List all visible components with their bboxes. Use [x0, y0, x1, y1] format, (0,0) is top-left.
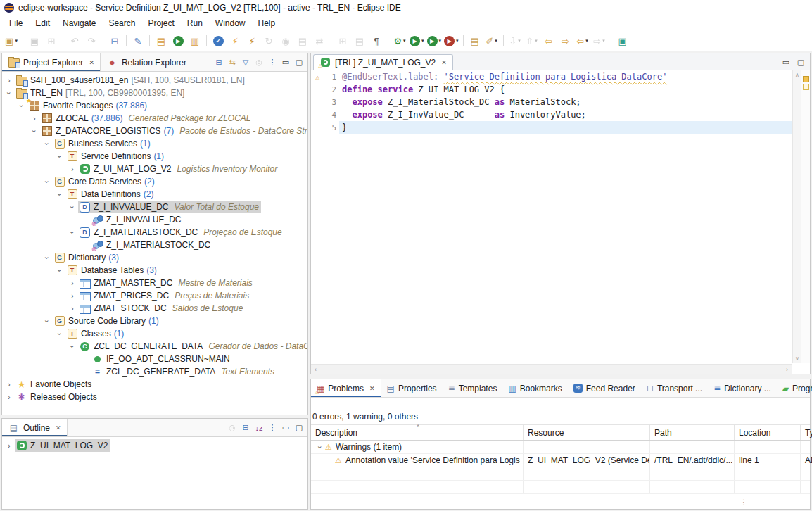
tree-item[interactable]: ›GBusiness Services(1) — [2, 137, 307, 150]
scroll-right-icon[interactable]: › — [786, 366, 788, 373]
tree-item[interactable]: @Z_I_MATERIALSTOCK_DC — [2, 239, 307, 251]
menu-edit[interactable]: Edit — [29, 17, 56, 30]
chevron-down-icon[interactable]: › — [4, 89, 15, 97]
pin-editor-button[interactable]: ▣ — [614, 33, 631, 49]
chevron-down-icon[interactable]: › — [54, 267, 65, 275]
chevron-down-icon[interactable]: › — [29, 127, 40, 135]
mass-activate-button[interactable]: ⚡ — [243, 33, 260, 49]
code-line[interactable]: 5} — [311, 121, 792, 134]
tree-item[interactable]: ›TService Definitions(1) — [2, 150, 307, 163]
tree-item[interactable]: ›Z_UI_MAT_LOG_V2Logistics Inventory Moni… — [2, 163, 307, 175]
tab-progress[interactable]: ▰Progress — [777, 379, 812, 397]
scroll-up-icon[interactable]: ∧ — [795, 72, 799, 78]
chevron-right-icon[interactable]: › — [4, 393, 15, 401]
tree-item[interactable]: ›✱Released Objects — [2, 391, 307, 403]
chevron-right-icon[interactable]: › — [67, 279, 78, 287]
menu-window[interactable]: Window — [209, 17, 252, 30]
chevron-down-icon[interactable]: › — [67, 203, 78, 211]
tab-bookmarks[interactable]: ▥Bookmarks — [502, 379, 567, 397]
tab-dictionary-[interactable]: ≣Dictionary ... — [708, 379, 777, 397]
new-abap-repo-object-button[interactable]: ▥ — [186, 33, 203, 49]
filter-icon[interactable]: ▽ — [239, 56, 252, 69]
column-header-path[interactable]: Path — [650, 425, 735, 440]
tab-templates[interactable]: ≣Templates — [443, 379, 503, 397]
tree-item[interactable]: ›TRL_EN[TRL, 100, CB9980001395, EN] — [2, 87, 307, 99]
tree-item[interactable]: ›ZLOCAL(37.886)Generated Package for ZLO… — [2, 112, 307, 125]
collapse-all-icon[interactable]: ⊟ — [212, 56, 225, 69]
chevron-right-icon[interactable]: › — [67, 165, 78, 173]
close-icon[interactable]: ✕ — [56, 424, 61, 431]
column-header-type[interactable]: Type — [801, 425, 812, 440]
chevron-down-icon[interactable]: › — [42, 140, 53, 148]
chevron-right-icon[interactable]: › — [4, 442, 15, 450]
tree-item[interactable]: ›TData Definitions(2) — [2, 188, 307, 201]
chevron-right-icon[interactable]: › — [67, 292, 78, 300]
close-icon[interactable]: ✕ — [89, 59, 94, 66]
grip-icon[interactable]: ⋮ — [740, 498, 747, 506]
tree-item[interactable]: @Z_I_INVVALUE_DC — [2, 213, 307, 226]
close-icon[interactable]: ✕ — [369, 385, 375, 392]
where-used-button[interactable]: ✎ — [129, 33, 146, 49]
tree-item[interactable]: ›★Favorite Objects — [2, 378, 307, 391]
back-button[interactable]: ⇦▾ — [574, 33, 591, 49]
tab-problems[interactable]: ▦⚠Problems✕ — [311, 379, 381, 397]
tree-item[interactable]: ›ZMAT_MASTER_DCMestre de Materiais — [2, 277, 307, 289]
activate-button[interactable]: ⚡ — [227, 33, 243, 49]
warning-marker[interactable] — [803, 84, 809, 90]
scroll-down-icon[interactable]: ∨ — [795, 355, 799, 362]
chevron-right-icon[interactable]: › — [4, 381, 15, 389]
tree-item[interactable]: ›Z_DATACORE_LOGISTICS(7)Pacote de Estudo… — [2, 125, 307, 137]
maximize-icon[interactable]: ▢ — [794, 56, 807, 68]
run-abap-object-button[interactable]: ▶ — [170, 33, 186, 49]
chevron-right-icon[interactable]: › — [67, 305, 78, 313]
collapse-all-icon[interactable]: ⊟ — [239, 422, 252, 434]
code-line[interactable]: 2define service Z_UI_MAT_LOG_V2 { — [311, 83, 792, 96]
maximize-icon[interactable]: ▢ — [293, 422, 305, 434]
horizontal-scrollbar[interactable]: ‹ › — [311, 364, 792, 374]
scroll-left-icon[interactable]: ‹ — [315, 366, 317, 373]
link-with-editor-icon[interactable]: ⇆ — [226, 56, 239, 69]
outline-item[interactable]: ›Z_UI_MAT_LOG_V2 — [2, 439, 307, 452]
tree-item[interactable]: ›DZ_I_INVVALUE_DCValor Total do Estoque — [2, 201, 307, 213]
code-editor[interactable]: ⚠1@EndUserText.label: 'Service Definitio… — [311, 70, 792, 363]
menu-navigate[interactable]: Navigate — [56, 17, 102, 30]
tab-project-explorer[interactable]: Project Explorer✕ — [2, 53, 101, 71]
new-wizard-button[interactable]: ▣▾ — [3, 33, 20, 49]
maximize-icon[interactable]: ▢ — [293, 56, 305, 69]
chevron-down-icon[interactable]: › — [54, 330, 65, 338]
minimize-icon[interactable]: ▭ — [279, 422, 292, 434]
problems-empty-row[interactable] — [311, 467, 810, 481]
tab-properties[interactable]: ▤Properties — [381, 379, 443, 397]
problems-row[interactable]: ⚠Annotation value 'Service Definition pa… — [311, 454, 810, 467]
tree-item[interactable]: IF_OO_ADT_CLASSRUN~MAIN — [2, 353, 307, 365]
editor-tab[interactable]: ⚠ [TRL] Z_UI_MAT_LOG_V2 ✕ — [313, 54, 453, 70]
open-resource-button[interactable]: ▤ — [467, 33, 483, 49]
chevron-down-icon[interactable]: › — [315, 443, 325, 451]
tree-item[interactable]: ›TClasses(1) — [2, 327, 307, 340]
chevron-down-icon[interactable]: › — [42, 317, 53, 325]
show-whitespace-button[interactable]: ¶ — [368, 33, 385, 49]
tree-item[interactable]: =ZCL_DC_GENERATE_DATAText Elements — [2, 365, 307, 378]
problems-group-row[interactable]: ›⚠Warnings (1 item) — [311, 441, 810, 454]
view-menu-icon[interactable]: ⋮ — [266, 422, 279, 434]
menu-run[interactable]: Run — [181, 17, 209, 30]
chevron-down-icon[interactable]: › — [67, 229, 78, 236]
chevron-down-icon[interactable]: › — [54, 153, 65, 160]
tree-item[interactable]: ›GDictionary(3) — [2, 251, 307, 264]
debug-button[interactable]: ⚙▾ — [391, 33, 408, 49]
close-icon[interactable]: ✕ — [441, 59, 447, 66]
check-abap-object-button[interactable]: ✔ — [210, 33, 227, 49]
tree-item[interactable]: ›★Favorite Packages(37.886) — [2, 99, 307, 112]
chevron-right-icon[interactable]: › — [4, 77, 15, 84]
menu-search[interactable]: Search — [102, 17, 141, 30]
tree-item[interactable]: ›GSource Code Library(1) — [2, 315, 307, 327]
chevron-right-icon[interactable]: › — [29, 115, 40, 122]
tree-item[interactable]: ›GCore Data Services(2) — [2, 175, 307, 188]
column-header-location[interactable]: Location — [735, 425, 801, 440]
code-line[interactable]: ⚠1@EndUserText.label: 'Service Definitio… — [311, 70, 792, 83]
warning-marker[interactable] — [803, 76, 809, 82]
code-line[interactable]: 3 expose Z_I_MaterialStock_DC as Materia… — [311, 96, 792, 108]
menu-project[interactable]: Project — [141, 17, 180, 30]
menu-file[interactable]: File — [3, 17, 29, 30]
problems-empty-row[interactable] — [311, 481, 810, 494]
